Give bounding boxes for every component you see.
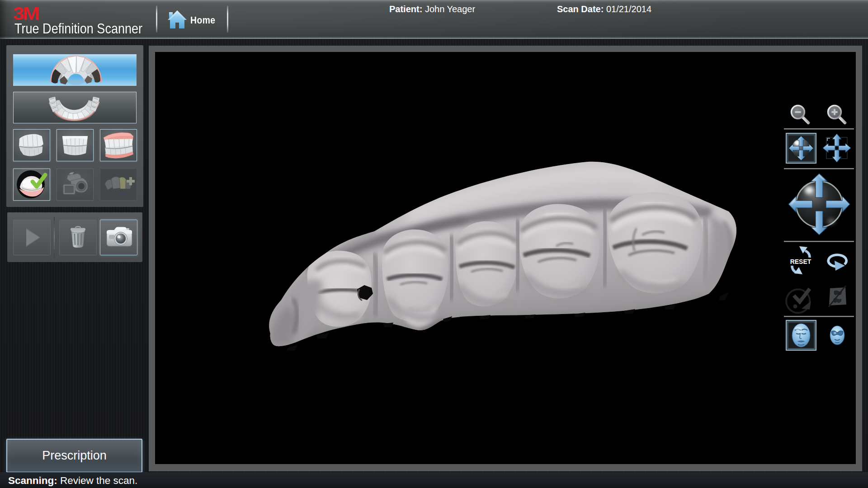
svg-text:RESET: RESET xyxy=(790,258,811,265)
